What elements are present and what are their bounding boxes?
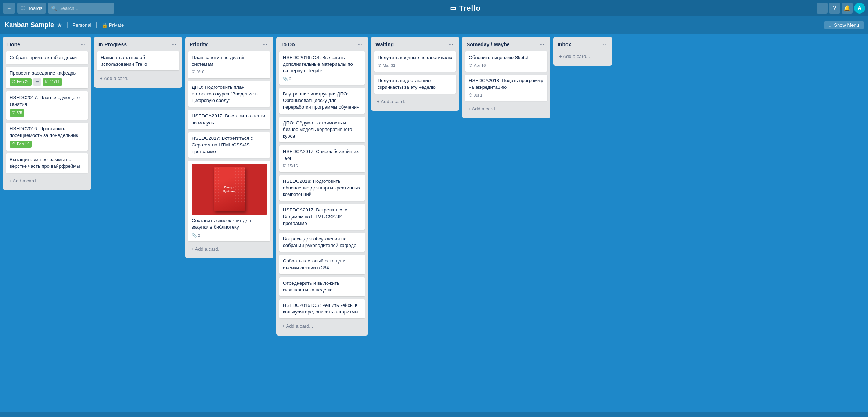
card[interactable]: ДПО: Обдумать стоимость и бизнес модель … [279,117,365,143]
search-wrap: 🔍 [48,3,114,14]
card-badges: ☑ 5/5 [10,109,84,116]
column-menu-waiting[interactable]: ··· [447,40,455,48]
add-card-button-todo[interactable]: + Add a card... [279,321,365,331]
trello-logo-text: Trello [459,4,480,12]
column-menu-priority[interactable]: ··· [261,40,269,48]
card-text: HSEDC2017: План следующего занятия [10,94,84,108]
book-cover: DesignSystems [214,167,245,211]
card[interactable]: HSEDC2016: Проставить посещаемость за по… [6,123,88,151]
card[interactable]: HSEDCA2017: Выставить оценки за модуль [188,110,270,129]
badge: ☑ 15/16 [283,163,298,169]
cards-container-inbox: + Add a card... [553,51,612,66]
card-text: HSEDC2016 iOS: Выложить дополнительные м… [283,54,361,75]
column-header-priority: Priority··· [185,37,273,51]
card-badges: ☑ 15/16 [283,163,361,169]
trello-logo: ▭ Trello [116,4,814,12]
column-menu-someday[interactable]: ··· [538,40,546,48]
card[interactable]: Написать статью об использовании Trello [97,51,179,70]
card-text: Получить недостающие скринкасты за эту н… [378,77,453,91]
top-nav: ← ☷ Boards 🔍 ▭ Trello + ? 🔔 A [0,0,868,16]
card-badges: 📎 2 [192,233,267,238]
card-text: Обновить лицензию Sketch [469,54,544,61]
column-title-someday: Someday / Maybe [467,41,510,47]
clock-icon: ⏱ [469,63,473,68]
column-title-todo: To Do [281,41,295,47]
add-button[interactable]: + [817,3,828,14]
add-card-button-priority[interactable]: + Add a card... [188,244,270,254]
info-icon: ? [833,5,836,11]
add-card-button-in-progress[interactable]: + Add a card... [97,73,179,83]
column-title-priority: Priority [190,41,208,47]
card[interactable]: Собрать пример канбан доски [6,51,88,64]
divider: | [66,22,68,28]
card[interactable]: Вопросы для обсуждения на собрании руков… [279,233,365,252]
lock-icon: 🔒 [102,22,108,28]
card-badges: ⏱ Feb 19 [10,141,84,148]
search-input[interactable] [48,3,114,14]
card[interactable]: HSEDC2017: План следующего занятия☑ 5/5 [6,91,88,120]
add-card-button-inbox[interactable]: + Add a card... [556,51,609,61]
card[interactable]: Обновить лицензию Sketch⏱ Apr 16 [465,51,547,72]
column-menu-todo[interactable]: ··· [356,40,364,48]
column-menu-in-progress[interactable]: ··· [170,40,178,48]
add-card-button-done[interactable]: + Add a card... [6,176,88,186]
grid-icon: ☷ [21,6,25,11]
column-waiting: Waiting···Получить вводные по фестивалю⏱… [371,37,459,111]
column-inbox: Inbox···+ Add a card... [553,37,612,66]
card[interactable]: Получить вводные по фестивалю⏱ Mar 31 [374,51,456,72]
card-text: Вытащить из программы по вёрстке часть п… [10,156,84,170]
card[interactable]: Вытащить из программы по вёрстке часть п… [6,153,88,173]
card-badges: ⏱ Apr 16 [469,63,544,68]
card-text: HSEDCA2018: Подать программу на аккредит… [469,77,544,91]
boards-button[interactable]: ☷ Boards [17,3,46,14]
column-title-in-progress: In Progress [98,41,127,47]
avatar-button[interactable]: A [854,3,865,14]
column-header-someday: Someday / Maybe··· [462,37,550,51]
card[interactable]: Внутренние инструкции ДПО: Организовать … [279,88,365,114]
card[interactable]: HSEDC2016 iOS: Выложить дополнительные м… [279,51,365,85]
column-title-inbox: Inbox [558,41,571,47]
card-text: ДПО: Подготовить план авторского курса "… [192,84,267,104]
nav-right: + ? 🔔 A [817,3,865,14]
info-button[interactable]: ? [829,3,840,14]
bell-button[interactable]: 🔔 [842,3,853,14]
card[interactable]: План занятия по дизайн системам☑ 0/16 [188,51,270,78]
card-badges: ⏱ Jul 1 [469,93,544,98]
boards-label: Boards [27,6,42,11]
card[interactable]: DesignSystems Составить список книг для … [188,161,270,241]
clock-icon: ⏱ [469,93,473,98]
card-text: HSEDC2016 iOS: Решить кейсы в калькулято… [283,302,361,315]
card[interactable]: Отреднерить и выложить скринкасты за нед… [279,277,365,296]
card-text: HSEDCA2017: Список ближайших тем [283,148,361,162]
card[interactable]: HSEDC2016 iOS: Решить кейсы в калькулято… [279,299,365,318]
card[interactable]: HSEDCA2017: Список ближайших тем☑ 15/16 [279,145,365,172]
card[interactable]: Собрать тестовый сетап для съёмки лекций… [279,255,365,274]
clock-icon: ⏱ [378,63,382,68]
column-menu-inbox[interactable]: ··· [600,40,608,48]
badge: ⏱ Apr 16 [469,63,486,68]
attach-icon: 📎 [283,76,288,82]
card[interactable]: ДПО: Подготовить план авторского курса "… [188,81,270,107]
column-header-in-progress: In Progress··· [94,37,182,51]
column-menu-done[interactable]: ··· [79,40,87,48]
card-text: Собрать пример канбан доски [10,54,84,61]
card[interactable]: HSEDC2018: Подготовить обновление для ка… [279,175,365,201]
checkbox-icon: ☑ [192,69,195,75]
back-button[interactable]: ← [3,3,15,14]
badge: 📎 2 [192,233,200,238]
add-card-button-someday[interactable]: + Add a card... [465,104,547,114]
card[interactable]: HSEDCA2017: Встретиться с Вадимом по HTM… [279,204,365,230]
card[interactable]: Получить недостающие скринкасты за эту н… [374,75,456,94]
card[interactable]: HSEDCA2018: Подать программу на аккредит… [465,75,547,101]
card[interactable]: HSEDC2017: Встретиться с Сергеем по HTML… [188,132,270,158]
column-in-progress: In Progress···Написать статью об использ… [94,37,182,88]
book-dots [214,167,245,211]
trello-logo-icon: ▭ [450,4,457,12]
badge: 📎 2 [283,76,291,82]
cards-container-done: Собрать пример канбан доскиПровести засе… [3,51,91,190]
add-card-button-waiting[interactable]: + Add a card... [374,97,456,106]
card[interactable]: Провести заседание кафедры⏱ Feb 20☰☑ 11/… [6,67,88,88]
star-button[interactable]: ★ [57,22,62,29]
show-menu-button[interactable]: ... Show Menu [824,21,864,29]
card-text: Отреднерить и выложить скринкасты за нед… [283,280,361,293]
